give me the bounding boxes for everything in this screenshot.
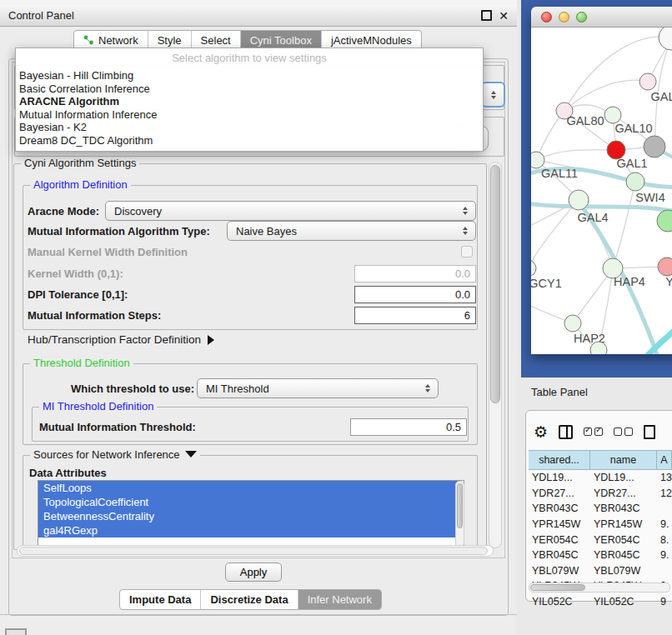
network-edge[interactable] xyxy=(531,200,579,268)
table-cell: YIL052C xyxy=(590,596,657,608)
aracne-mode-label: Aracne Mode: xyxy=(28,205,99,218)
table-row[interactable]: YDL19...YDL19...13 xyxy=(529,470,672,486)
dropdown-item[interactable]: Dream8 DC_TDC Algorithm xyxy=(16,134,483,148)
network-node[interactable] xyxy=(564,315,581,332)
mi-type-combobox[interactable]: Naive Bayes xyxy=(227,221,476,241)
table-cell: 9 xyxy=(657,596,672,608)
deselect-all-icon[interactable] xyxy=(614,428,633,436)
tab-network-label: Network xyxy=(98,34,138,47)
minimize-window-icon[interactable] xyxy=(559,12,569,22)
table-cell: 8. xyxy=(657,534,672,546)
table-header-cell[interactable]: name xyxy=(590,451,657,469)
manual-kernel-checkbox[interactable] xyxy=(461,246,473,258)
table-row[interactable]: YBR043CYBR043C xyxy=(529,501,672,517)
table-panel-titlebar: Table Panel xyxy=(521,378,672,406)
mi-threshold-group-title: MI Threshold Definition xyxy=(39,400,157,412)
network-node[interactable] xyxy=(531,260,536,277)
network-node[interactable] xyxy=(604,107,621,123)
table-header-cell[interactable]: shared... xyxy=(529,451,590,469)
network-node[interactable] xyxy=(657,210,672,232)
network-window-titlebar[interactable] xyxy=(531,7,672,28)
mi-steps-field[interactable]: 6 xyxy=(354,307,476,324)
data-attributes-list[interactable]: SelfLoopsTopologicalCoefficientBetweenne… xyxy=(38,480,464,548)
table-cell: YPR145W xyxy=(529,518,590,530)
tab-infer-network[interactable]: Infer Network xyxy=(298,590,381,609)
dropdown-item[interactable]: ARACNE Algorithm xyxy=(16,95,483,108)
network-node[interactable] xyxy=(626,172,644,191)
settings-hscrollbar[interactable] xyxy=(17,545,494,557)
table-hscrollbar[interactable] xyxy=(529,582,670,592)
threshold-definition-title: Threshold Definition xyxy=(30,357,133,369)
network-node[interactable] xyxy=(569,190,589,210)
table-cell: 9. xyxy=(657,549,672,561)
which-threshold-combobox[interactable]: MI Threshold xyxy=(197,378,439,398)
columns-icon[interactable] xyxy=(559,425,573,439)
data-attributes-label: Data Attributes xyxy=(29,467,107,479)
network-node-label: Y xyxy=(665,275,672,288)
float-panel-icon[interactable] xyxy=(481,10,492,21)
table-row[interactable]: YBR045CYBR045C9. xyxy=(529,548,672,563)
attribute-list-item[interactable]: gal4RGexp xyxy=(38,523,459,538)
dropdown-item[interactable]: Bayesian - Hill Climbing xyxy=(16,69,483,82)
table-cell: 12 xyxy=(657,488,672,499)
dropdown-item[interactable]: Mutual Information Inference xyxy=(16,108,483,122)
minimized-panel-icon[interactable] xyxy=(5,628,27,635)
kernel-width-field[interactable]: 0.0 xyxy=(354,265,476,282)
mi-threshold-field[interactable]: 0.5 xyxy=(350,418,467,436)
table-row[interactable]: YIL052CYIL052C9 xyxy=(529,594,672,610)
table-cell: 9. xyxy=(657,518,672,530)
network-edge[interactable] xyxy=(613,182,635,268)
hub-definition-toggle[interactable]: Hub/Transcription Factor Definition xyxy=(28,333,214,346)
aracne-mode-combobox[interactable]: Discovery xyxy=(105,201,476,221)
table-cell: 13 xyxy=(657,472,672,483)
settings-vscrollbar-thumb[interactable] xyxy=(490,165,500,403)
algorithm-combobox-partial[interactable] xyxy=(481,82,505,108)
attribute-list-item[interactable]: TopologicalCoefficient xyxy=(38,495,459,509)
attribute-list-item[interactable]: BetweennessCentrality xyxy=(38,509,459,523)
apply-button[interactable]: Apply xyxy=(225,562,282,582)
network-node[interactable] xyxy=(531,152,544,168)
table-cell: YER054C xyxy=(590,534,657,546)
export-table-icon[interactable] xyxy=(644,425,655,439)
stepper-icon xyxy=(463,227,468,235)
network-node-label: GAL80 xyxy=(566,114,604,128)
network-node-label: GCY1 xyxy=(531,277,562,290)
attributes-vscrollbar[interactable] xyxy=(455,481,464,548)
network-canvas[interactable]: GALGAL80GAL10GAL1GAL11SWI4GAL4GCY1HAP4YH… xyxy=(531,28,672,354)
dropdown-item[interactable]: Bayesian - K2 xyxy=(16,121,483,134)
settings-vscrollbar[interactable] xyxy=(489,162,502,548)
settings-group-title: Cyni Algorithm Settings xyxy=(21,157,139,169)
network-node[interactable] xyxy=(659,28,672,50)
bottom-tabbar: Impute Data Discretize Data Infer Networ… xyxy=(119,589,382,610)
stepper-icon xyxy=(463,207,468,215)
zoom-window-icon[interactable] xyxy=(576,12,587,22)
dropdown-item[interactable]: Basic Correlation Inference xyxy=(16,82,483,96)
kernel-width-label: Kernel Width (0,1): xyxy=(28,268,123,280)
close-window-icon[interactable] xyxy=(541,12,552,22)
select-all-icon[interactable] xyxy=(584,428,603,436)
network-view-window: GALGAL80GAL10GAL1GAL11SWI4GAL4GCY1HAP4YH… xyxy=(531,7,672,354)
tab-discretize-data[interactable]: Discretize Data xyxy=(201,590,298,609)
table-row[interactable]: YBL079WYBL079W xyxy=(529,563,672,579)
network-node[interactable] xyxy=(658,258,672,276)
dpi-tolerance-label: DPI Tolerance [0,1]: xyxy=(28,288,128,301)
table-row[interactable]: YDR27...YDR27...12 xyxy=(529,486,672,502)
network-node[interactable] xyxy=(639,73,656,90)
table-row[interactable]: YER054CYER054C8. xyxy=(529,532,672,548)
mi-threshold-label: Mutual Information Threshold: xyxy=(39,421,196,433)
tab-impute-data[interactable]: Impute Data xyxy=(120,590,201,609)
table-row[interactable]: YPR145WYPR145W9. xyxy=(529,517,672,532)
network-node[interactable] xyxy=(590,342,607,354)
table-cell: YBR043C xyxy=(590,502,657,514)
attribute-list-item[interactable]: SelfLoops xyxy=(38,481,459,495)
network-edge[interactable] xyxy=(536,150,616,160)
table-header-cell[interactable]: A xyxy=(657,451,672,469)
mi-type-value: Naive Bayes xyxy=(236,225,297,238)
close-panel-icon[interactable]: ✕ xyxy=(499,10,509,22)
gear-icon[interactable]: ⚙ xyxy=(534,424,548,440)
algorithm-dropdown-list: Select algorithm to view settings Bayesi… xyxy=(15,48,484,152)
dpi-tolerance-field[interactable]: 0.0 xyxy=(354,286,476,303)
network-icon xyxy=(83,35,94,46)
dropdown-placeholder: Select algorithm to view settings xyxy=(16,48,483,69)
network-node[interactable] xyxy=(644,136,665,158)
